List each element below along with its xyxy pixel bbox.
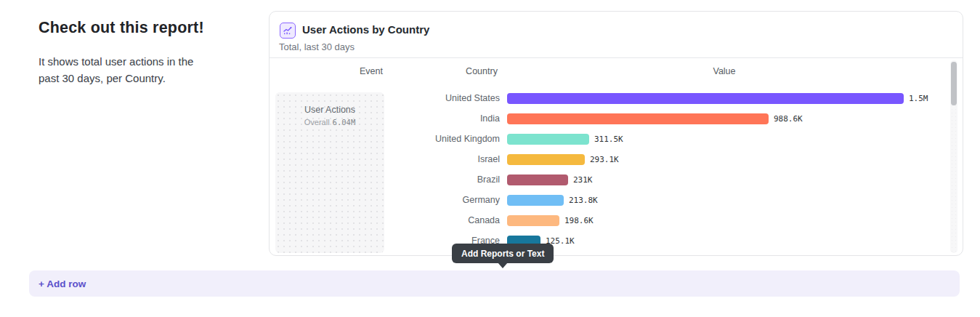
- country-label: Germany: [318, 195, 500, 205]
- page-description-line: It shows total user actions in the: [39, 53, 193, 70]
- chart-scrollbar-thumb[interactable]: [951, 62, 957, 105]
- value-label: 311.5K: [594, 135, 623, 144]
- country-label: United Kingdom: [318, 134, 500, 144]
- add-reports-tooltip: Add Reports or Text: [452, 244, 554, 263]
- column-header-country: Country: [431, 66, 532, 76]
- chart-bar-row[interactable]: Israel293.1K: [270, 149, 945, 169]
- value-bar[interactable]: [507, 215, 559, 226]
- dashboard-editor: Check out this report! It shows total us…: [0, 0, 980, 317]
- report-subtitle: Total, last 30 days: [279, 41, 355, 52]
- page-description-line: past 30 days, per Country.: [39, 70, 193, 87]
- tooltip-caret-icon: [498, 262, 508, 268]
- country-label: United States: [318, 93, 500, 103]
- chart-bar-row[interactable]: United States1.5M: [270, 88, 945, 108]
- line-chart-icon: [280, 23, 296, 39]
- value-bar[interactable]: [507, 93, 904, 104]
- value-label: 988.6K: [774, 114, 803, 124]
- report-card[interactable]: User Actions by Country Total, last 30 d…: [269, 11, 963, 256]
- page-description: It shows total user actions in the past …: [39, 53, 193, 87]
- value-bar[interactable]: [507, 113, 769, 124]
- page-title: Check out this report!: [39, 19, 204, 37]
- chart-scrollbar-track[interactable]: [950, 60, 957, 253]
- add-row-button[interactable]: + Add row: [29, 270, 960, 297]
- country-label: Canada: [318, 215, 500, 225]
- value-label: 198.6K: [564, 216, 594, 225]
- chart-bar-row[interactable]: Canada198.6K: [270, 210, 945, 230]
- value-bar[interactable]: [507, 174, 568, 185]
- report-chart-area: Event Country Value User Actions Overall…: [270, 58, 963, 255]
- chart-bar-row[interactable]: India988.6K: [270, 108, 945, 129]
- value-label: 293.1K: [590, 155, 619, 164]
- value-label: 213.8K: [569, 196, 598, 205]
- country-label: Brazil: [318, 174, 500, 185]
- value-label: 231K: [573, 175, 593, 185]
- report-card-header: User Actions by Country Total, last 30 d…: [270, 12, 963, 58]
- country-label: India: [318, 113, 500, 124]
- value-bar[interactable]: [507, 134, 589, 145]
- chart-bar-row[interactable]: United Kingdom311.5K: [270, 129, 945, 149]
- chart-bar-row[interactable]: Germany213.8K: [270, 190, 945, 210]
- country-label: Israel: [318, 154, 500, 164]
- value-bar[interactable]: [507, 195, 564, 206]
- value-label: 1.5M: [909, 94, 928, 103]
- chart-bar-row[interactable]: France125.1K: [270, 230, 945, 251]
- column-header-event: Event: [320, 66, 422, 76]
- add-row-label: + Add row: [39, 278, 86, 289]
- column-header-value: Value: [673, 66, 775, 76]
- value-bar[interactable]: [507, 154, 585, 165]
- chart-rows: United States1.5MIndia988.6KUnited Kingd…: [270, 88, 945, 251]
- report-title: User Actions by Country: [302, 23, 429, 36]
- add-reports-tooltip-label: Add Reports or Text: [461, 249, 544, 259]
- chart-bar-row[interactable]: Brazil231K: [270, 169, 945, 190]
